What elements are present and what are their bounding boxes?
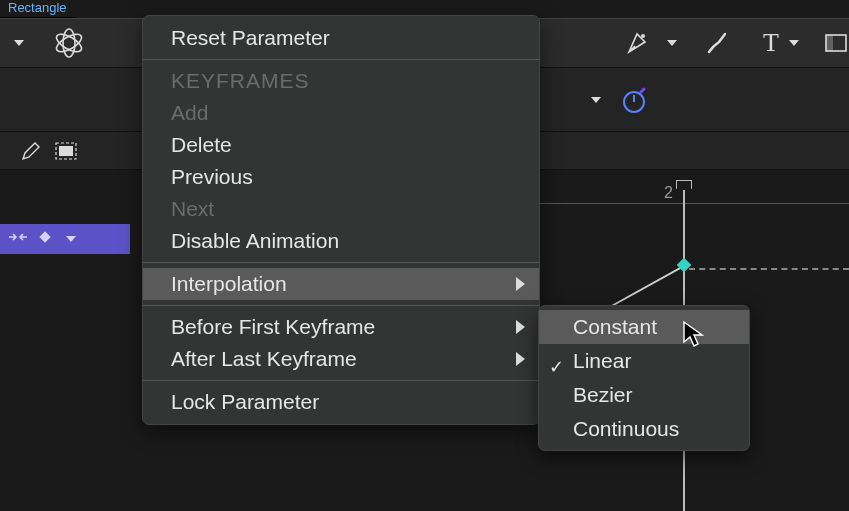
brush-icon[interactable] bbox=[703, 28, 733, 58]
subbar-dropdown[interactable] bbox=[587, 97, 601, 103]
menu-item-label: Previous bbox=[171, 161, 253, 193]
menu-separator bbox=[143, 262, 539, 263]
menu-item-label: Next bbox=[171, 193, 214, 225]
chevron-down-icon[interactable] bbox=[66, 236, 76, 242]
track-header[interactable] bbox=[0, 224, 130, 254]
menu-previous-keyframe[interactable]: Previous bbox=[143, 161, 539, 193]
menu-reset-parameter[interactable]: Reset Parameter bbox=[143, 22, 539, 54]
pen-tool-icon[interactable] bbox=[623, 28, 653, 58]
text-tool-dropdown[interactable] bbox=[785, 40, 799, 46]
submenu-continuous[interactable]: Continuous bbox=[539, 412, 749, 446]
menu-separator bbox=[143, 59, 539, 60]
menu-after-last-keyframe[interactable]: After Last Keyframe bbox=[143, 343, 539, 375]
atom-icon[interactable] bbox=[52, 26, 86, 60]
menu-disable-animation[interactable]: Disable Animation bbox=[143, 225, 539, 257]
svg-rect-5 bbox=[826, 35, 833, 51]
keyframe-diamond-icon[interactable] bbox=[38, 230, 52, 248]
stopwatch-icon[interactable] bbox=[619, 85, 649, 115]
chevron-down-icon bbox=[14, 40, 24, 46]
marquee-icon[interactable] bbox=[54, 141, 78, 161]
ruler-tick: 2 bbox=[664, 184, 673, 202]
arrows-in-icon bbox=[8, 229, 28, 249]
menu-item-label: Delete bbox=[171, 129, 232, 161]
menu-item-label: Disable Animation bbox=[171, 225, 339, 257]
menu-interpolation[interactable]: Interpolation bbox=[143, 268, 539, 300]
submenu-item-label: Continuous bbox=[573, 412, 679, 446]
parameter-context-menu: Reset Parameter KEYFRAMES Add Delete Pre… bbox=[142, 15, 540, 425]
inspector-title: Rectangle bbox=[0, 0, 75, 18]
submenu-linear[interactable]: ✓Linear bbox=[539, 344, 749, 378]
chevron-down-icon bbox=[789, 40, 799, 46]
submenu-bezier[interactable]: Bezier bbox=[539, 378, 749, 412]
menu-item-label: Lock Parameter bbox=[171, 386, 319, 418]
svg-rect-9 bbox=[39, 231, 50, 242]
menu-delete-keyframe[interactable]: Delete bbox=[143, 129, 539, 161]
submenu-item-label: Bezier bbox=[573, 378, 633, 412]
menu-separator bbox=[143, 305, 539, 306]
menu-item-label: After Last Keyframe bbox=[171, 343, 357, 375]
motion-path-dashed bbox=[689, 268, 849, 270]
motion-path-segment bbox=[608, 264, 686, 308]
submenu-arrow-icon bbox=[516, 277, 525, 291]
menu-item-label: Add bbox=[171, 97, 208, 129]
submenu-item-label: Linear bbox=[573, 344, 631, 378]
menu-separator bbox=[143, 380, 539, 381]
menu-section-keyframes: KEYFRAMES bbox=[143, 65, 539, 97]
interpolation-submenu: Constant ✓Linear Bezier Continuous bbox=[538, 305, 750, 451]
submenu-item-label: Constant bbox=[573, 310, 657, 344]
svg-rect-8 bbox=[59, 146, 73, 156]
text-tool-icon[interactable]: T bbox=[763, 28, 779, 58]
svg-point-3 bbox=[641, 34, 645, 38]
menu-item-label: Before First Keyframe bbox=[171, 311, 375, 343]
menu-item-label: Interpolation bbox=[171, 268, 287, 300]
menu-before-first-keyframe[interactable]: Before First Keyframe bbox=[143, 311, 539, 343]
menu-lock-parameter[interactable]: Lock Parameter bbox=[143, 386, 539, 418]
pen-tool-dropdown[interactable] bbox=[663, 40, 677, 46]
tool-dropdown[interactable] bbox=[10, 40, 24, 46]
submenu-arrow-icon bbox=[516, 320, 525, 334]
chevron-down-icon bbox=[667, 40, 677, 46]
submenu-constant[interactable]: Constant bbox=[539, 310, 749, 344]
svg-point-2 bbox=[63, 29, 75, 57]
panel-icon[interactable] bbox=[823, 30, 849, 56]
pencil-icon[interactable] bbox=[20, 140, 42, 162]
menu-add-keyframe: Add bbox=[143, 97, 539, 129]
menu-item-label: Reset Parameter bbox=[171, 22, 330, 54]
menu-next-keyframe: Next bbox=[143, 193, 539, 225]
chevron-down-icon bbox=[591, 97, 601, 103]
submenu-arrow-icon bbox=[516, 352, 525, 366]
